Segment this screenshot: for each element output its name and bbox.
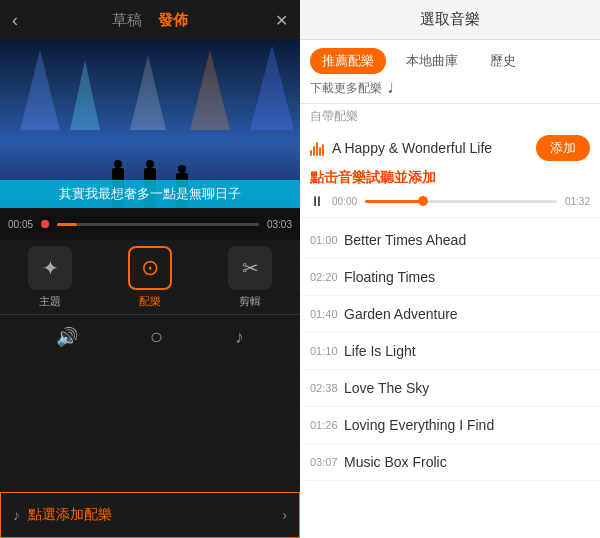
music-item-time: 02:38 — [310, 382, 344, 394]
right-panel-title: 選取音樂 — [420, 10, 480, 29]
music-item-name: Music Box Frolic — [344, 454, 590, 470]
music-item-name: Better Times Ahead — [344, 232, 590, 248]
wave-5 — [322, 144, 324, 156]
theme-icon: ✦ — [42, 256, 59, 280]
featured-track-name: A Happy & Wonderful Life — [332, 140, 528, 156]
stage-lights — [0, 50, 300, 130]
top-tabs: 草稿 發佈 — [112, 11, 188, 30]
volume-icon[interactable]: 🔊 — [56, 326, 78, 348]
music-item-time: 01:40 — [310, 308, 344, 320]
music-list-item[interactable]: 02:38 Love The Sky — [300, 370, 600, 407]
time-start: 00:05 — [8, 219, 33, 230]
music-item-time: 01:10 — [310, 345, 344, 357]
light-beam-4 — [190, 50, 230, 130]
edit-icon-box: ✂ — [228, 246, 272, 290]
tab-local[interactable]: 本地曲庫 — [394, 48, 470, 74]
music-item-name: Love The Sky — [344, 380, 590, 396]
tooltip-text: 點击音樂試聽並添加 — [310, 169, 436, 187]
player-progress-bar[interactable] — [365, 200, 557, 203]
timeline-fill — [57, 223, 77, 226]
music-item-time: 01:26 — [310, 419, 344, 431]
tab-recommended[interactable]: 推薦配樂 — [310, 48, 386, 74]
music-item-name: Garden Adventure — [344, 306, 590, 322]
featured-track[interactable]: A Happy & Wonderful Life 添加 — [300, 129, 600, 167]
tool-music-label: 配樂 — [139, 294, 161, 309]
light-beam-3 — [130, 55, 166, 130]
add-track-button[interactable]: 添加 — [536, 135, 590, 161]
right-panel: 選取音樂 推薦配樂 本地曲庫 歷史 下載更多配樂 ♩ 自帶配樂 A Happy … — [300, 0, 600, 538]
close-button[interactable]: ✕ — [275, 11, 288, 30]
music-list-item[interactable]: 01:40 Garden Adventure — [300, 296, 600, 333]
music-list-item[interactable]: 01:10 Life Is Light — [300, 333, 600, 370]
player-time-right: 01:32 — [565, 196, 590, 207]
scissors-icon: ✂ — [242, 256, 259, 280]
tool-edit-label: 剪輯 — [239, 294, 261, 309]
music-list-item[interactable]: 02:20 Floating Times — [300, 259, 600, 296]
music-item-time: 03:07 — [310, 456, 344, 468]
music-item-time: 01:00 — [310, 234, 344, 246]
music-list-item[interactable]: 03:07 Music Box Frolic — [300, 444, 600, 481]
builtin-label: 自帶配樂 — [300, 104, 600, 129]
subtitle-bar: 其實我最想奢多一點是無聊日子 — [0, 180, 300, 208]
back-button[interactable]: ‹ — [12, 10, 18, 31]
tool-theme-label: 主題 — [39, 294, 61, 309]
tab-draft[interactable]: 草稿 — [112, 11, 142, 30]
timeline-area: 00:05 03:03 — [0, 208, 300, 240]
music-icon-box: ⊙ — [128, 246, 172, 290]
wave-1 — [310, 150, 312, 156]
music-note-icon[interactable]: ♪ — [235, 327, 244, 348]
circle-icon[interactable]: ○ — [150, 324, 163, 350]
right-header: 選取音樂 — [300, 0, 600, 40]
add-music-arrow-icon: › — [282, 507, 287, 523]
music-list: 01:00 Better Times Ahead 02:20 Floating … — [300, 222, 600, 538]
timeline-track[interactable] — [57, 223, 259, 226]
wave-3 — [316, 142, 318, 156]
subtitle-text: 其實我最想奢多一點是無聊日子 — [59, 186, 241, 201]
timeline-dot — [41, 220, 49, 228]
music-item-name: Floating Times — [344, 269, 590, 285]
track-waves — [310, 140, 324, 156]
tool-music[interactable]: ⊙ 配樂 — [128, 246, 172, 309]
light-beam-2 — [70, 60, 100, 130]
music-item-name: Life Is Light — [344, 343, 590, 359]
music-item-time: 02:20 — [310, 271, 344, 283]
progress-dot — [418, 196, 428, 206]
left-panel: ‹ 草稿 發佈 ✕ 其實我最想奢多一點是無聊日子 00:05 0 — [0, 0, 300, 538]
download-more[interactable]: 下載更多配樂 ♩ — [300, 78, 600, 103]
controls-row: 🔊 ○ ♪ — [0, 315, 300, 359]
divider-2 — [300, 217, 600, 218]
music-list-item[interactable]: 01:00 Better Times Ahead — [300, 222, 600, 259]
music-icon: ⊙ — [141, 255, 159, 281]
tools-area: ✦ 主題 ⊙ 配樂 ✂ 剪輯 — [0, 240, 300, 315]
tab-publish[interactable]: 發佈 — [158, 11, 188, 30]
add-music-text: 點選添加配樂 — [28, 506, 112, 524]
top-bar: ‹ 草稿 發佈 ✕ — [0, 0, 300, 40]
video-area: 其實我最想奢多一點是無聊日子 — [0, 40, 300, 208]
light-beam-5 — [250, 45, 294, 130]
download-more-text: 下載更多配樂 ♩ — [310, 80, 397, 97]
light-beam-1 — [20, 50, 60, 130]
tool-edit[interactable]: ✂ 剪輯 — [228, 246, 272, 309]
add-music-note-icon: ♪ — [13, 507, 20, 523]
music-item-name: Loving Everything I Find — [344, 417, 590, 433]
progress-fill — [365, 200, 423, 203]
wave-4 — [319, 147, 321, 156]
tool-theme[interactable]: ✦ 主題 — [28, 246, 72, 309]
time-end: 03:03 — [267, 219, 292, 230]
theme-icon-box: ✦ — [28, 246, 72, 290]
wave-2 — [313, 146, 315, 156]
music-list-item[interactable]: 01:26 Loving Everything I Find — [300, 407, 600, 444]
music-tabs: 推薦配樂 本地曲庫 歷史 — [300, 40, 600, 78]
tab-history[interactable]: 歷史 — [478, 48, 528, 74]
player-row: ⏸ 00:00 01:32 — [300, 189, 600, 213]
tooltip-overlay: 點击音樂試聽並添加 — [300, 167, 600, 189]
play-pause-button[interactable]: ⏸ — [310, 193, 324, 209]
player-time-left: 00:00 — [332, 196, 357, 207]
add-music-bar[interactable]: ♪ 點選添加配樂 › — [0, 492, 300, 538]
